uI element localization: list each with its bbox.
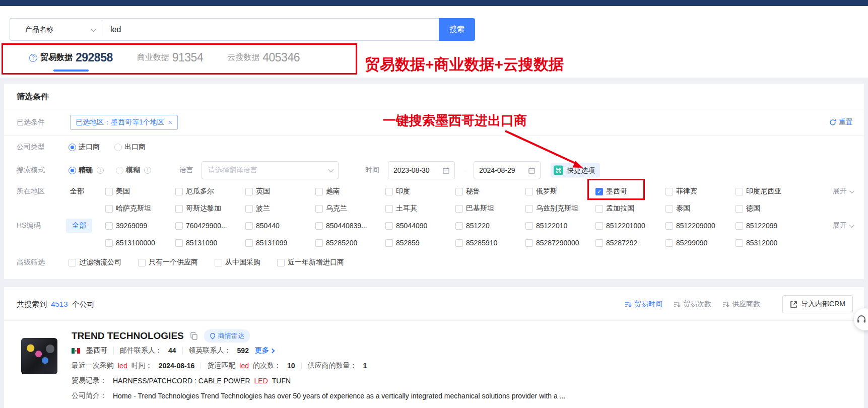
advanced-checkbox-single-supplier[interactable]: 只有一个供应商 <box>138 258 198 267</box>
top-section: 产品名称 搜索 ? 贸易数据 292858 商业数据 91354 云搜数据 <box>0 6 868 78</box>
region-checkbox-vietnam[interactable]: 越南 <box>315 187 385 196</box>
hs-checkbox[interactable]: 85131099 <box>245 239 315 247</box>
tag-close-icon[interactable]: × <box>168 118 172 126</box>
radio-importer[interactable]: 进口商 <box>69 143 100 152</box>
quick-options-label: 快捷选项 <box>567 166 595 175</box>
hs-checkbox[interactable]: 85044090 <box>385 222 455 230</box>
hs-checkbox[interactable]: 760429900... <box>175 222 245 230</box>
supplier-count-label: 供应商的数量： <box>308 361 357 370</box>
quick-options-button[interactable]: ⌘ 快捷选项 <box>551 163 600 178</box>
hs-checkbox[interactable]: 39269099 <box>105 222 175 230</box>
hs-checkbox[interactable]: 851220 <box>455 222 525 230</box>
import-crm-button[interactable]: 导入内部CRM <box>782 295 853 313</box>
sort-supplier-count-button[interactable]: 供应商数 <box>722 300 760 309</box>
hs-checkbox[interactable]: 85122099 <box>736 222 806 230</box>
region-grid-2: 哈萨克斯坦 哥斯达黎加 波兰 乌克兰 土耳其 巴基斯坦 乌兹别克斯坦 孟加拉国 … <box>105 200 864 217</box>
hs-checkbox[interactable]: 85287292 <box>595 239 665 247</box>
radio-exporter[interactable]: 出口商 <box>114 143 146 152</box>
hs-checkbox[interactable]: 85287290000 <box>525 239 595 247</box>
copy-icon[interactable] <box>190 332 198 340</box>
region-checkbox-uzbekistan[interactable]: 乌兹别克斯坦 <box>525 204 595 213</box>
search-input[interactable] <box>102 19 439 40</box>
region-checkbox-mexico[interactable]: ✓墨西哥 <box>595 187 665 196</box>
search-button[interactable]: 搜索 <box>439 18 475 41</box>
hs-checkbox[interactable]: 85122010 <box>525 222 595 230</box>
region-checkbox-usa[interactable]: 美国 <box>105 187 175 196</box>
radio-exact-mode[interactable]: 精确 i <box>69 166 104 175</box>
region-checkbox-costa-rica[interactable]: 哥斯达黎加 <box>175 204 245 213</box>
region-checkbox-pakistan[interactable]: 巴基斯坦 <box>455 204 525 213</box>
advanced-checkbox-new-importer[interactable]: 近一年新增进口商 <box>277 258 344 267</box>
email-contacts-count: 44 <box>168 347 176 355</box>
tab-cloud-search-data[interactable]: 云搜数据 405346 <box>227 51 300 64</box>
date-from-value: 2023-08-30 <box>393 166 439 174</box>
region-checkbox-ukraine[interactable]: 乌克兰 <box>315 204 385 213</box>
region-checkbox-peru[interactable]: 秘鲁 <box>455 187 525 196</box>
checkbox-icon <box>455 188 463 195</box>
checkbox-label: 85285200 <box>326 239 357 247</box>
hs-checkbox[interactable]: 85131090 <box>175 239 245 247</box>
hs-checkbox[interactable]: 8513100000 <box>105 239 175 247</box>
region-expand-button[interactable]: 展开 <box>833 187 853 196</box>
checkbox-icon <box>315 239 323 247</box>
more-link[interactable]: 更多 <box>255 346 274 355</box>
hs-expand-button[interactable]: 展开 <box>833 221 853 230</box>
region-checkbox-poland[interactable]: 波兰 <box>245 204 315 213</box>
company-name-link[interactable]: TREND TECHNOLOGIES <box>72 330 184 342</box>
company-type-label: 公司类型 <box>17 143 45 152</box>
region-checkbox-germany[interactable]: 德国 <box>736 204 806 213</box>
language-select[interactable]: 请选择翻译语言 <box>202 161 339 179</box>
checkbox-icon <box>385 205 393 213</box>
region-checkbox-india[interactable]: 印度 <box>385 187 455 196</box>
date-from-input[interactable]: 2023-08-30 <box>388 161 455 179</box>
tab-business-data[interactable]: 商业数据 91354 <box>137 51 203 64</box>
hs-checkbox[interactable]: 850440839... <box>315 222 385 230</box>
selected-region-tag[interactable]: 已选地区：墨西哥等1个地区 × <box>70 115 178 130</box>
checkbox-icon <box>105 222 113 230</box>
region-all-button[interactable]: 全部 <box>70 187 84 196</box>
sort-trade-count-button[interactable]: 贸易次数 <box>674 300 711 309</box>
checkbox-icon <box>69 259 76 266</box>
sort-trade-time-button[interactable]: 贸易时间 <box>625 300 662 309</box>
checkbox-label: 泰国 <box>676 204 690 213</box>
advanced-checkbox-filter-logistics[interactable]: 过滤物流公司 <box>69 258 121 267</box>
hs-checkbox[interactable]: 8512209000 <box>665 222 736 230</box>
hs-checkbox[interactable]: 85285910 <box>455 239 525 247</box>
region-checkbox-thailand[interactable]: 泰国 <box>665 204 736 213</box>
company-thumbnail-image[interactable] <box>21 338 57 374</box>
region-checkbox-philippines[interactable]: 菲律宾 <box>665 187 736 196</box>
region-checkbox-ecuador[interactable]: 厄瓜多尔 <box>175 187 245 196</box>
region-checkbox-bangladesh[interactable]: 孟加拉国 <box>595 204 665 213</box>
business-radar-badge[interactable]: 商情雷达 <box>204 329 250 343</box>
advanced-options: 过滤物流公司 只有一个供应商 从中国采购 近一年新增进口商 <box>69 258 344 267</box>
hs-checkbox[interactable]: 850440 <box>245 222 315 230</box>
business-radar-label: 商情雷达 <box>218 331 244 341</box>
purchase-date: 2024-08-16 <box>159 362 195 370</box>
headset-icon <box>856 314 866 324</box>
radio-fuzzy-mode[interactable]: 模糊 i <box>116 166 151 175</box>
date-to-input[interactable]: 2024-08-29 <box>474 161 541 179</box>
hs-all-button[interactable]: 全部 <box>66 219 92 233</box>
checkbox-icon <box>525 188 533 195</box>
hs-checkbox[interactable]: 85299090 <box>665 239 736 247</box>
region-checkbox-uk[interactable]: 英国 <box>245 187 315 196</box>
advanced-checkbox-buy-from-china[interactable]: 从中国采购 <box>215 258 260 267</box>
checkbox-label: 85287290000 <box>536 239 579 247</box>
region-checkbox-indonesia[interactable]: 印度尼西亚 <box>736 187 806 196</box>
checkbox-label: 851220 <box>466 222 490 230</box>
hs-checkbox[interactable]: 85285200 <box>315 239 385 247</box>
hs-checkbox[interactable]: 8512201000 <box>595 222 665 230</box>
reset-button[interactable]: 重置 <box>829 118 853 127</box>
region-checkbox-turkey[interactable]: 土耳其 <box>385 204 455 213</box>
checkbox-label: 85312000 <box>746 239 777 247</box>
region-checkbox-russia[interactable]: 俄罗斯 <box>525 187 595 196</box>
region-label: 所在地区 <box>17 187 45 196</box>
radio-icon <box>69 167 76 174</box>
tab-trade-data[interactable]: ? 贸易数据 292858 <box>29 51 113 64</box>
purchase-time-label: 时间： <box>131 361 153 370</box>
selected-conditions-row: 已选条件 已选地区：墨西哥等1个地区 × 重置 <box>4 109 864 135</box>
search-category-select[interactable]: 产品名称 <box>10 19 102 40</box>
hs-checkbox[interactable]: 852859 <box>385 239 455 247</box>
hs-checkbox[interactable]: 85312000 <box>736 239 806 247</box>
region-checkbox-kazakhstan[interactable]: 哈萨克斯坦 <box>105 204 175 213</box>
